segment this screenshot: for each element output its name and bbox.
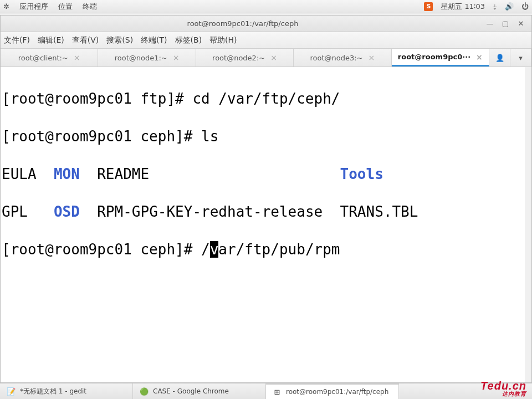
task-terminal[interactable]: ⊞ root@room9pc01:/var/ftp/ceph — [266, 383, 399, 399]
tab-node2[interactable]: root@node2:~ × — [196, 49, 294, 66]
menu-edit[interactable]: 编辑(E) — [38, 35, 64, 45]
close-icon[interactable]: × — [173, 53, 180, 62]
command: ls — [201, 128, 218, 145]
menu-bar: 文件(F) 编辑(E) 查看(V) 搜索(S) 终端(T) 标签(B) 帮助(H… — [1, 32, 531, 49]
input-post: ar/ftp/pub/rpm — [218, 241, 340, 258]
gedit-icon: 📝 — [7, 387, 16, 396]
tab-profile-button[interactable]: 👤 — [489, 49, 510, 66]
tab-label: root@node1:~ — [115, 54, 167, 62]
menu-applications[interactable]: 应用程序 — [19, 2, 48, 12]
prompt: [root@room9pc01 ftp]# — [2, 90, 192, 107]
close-icon[interactable]: × — [369, 53, 375, 62]
activities-icon[interactable]: ✲ — [3, 2, 9, 11]
prompt: [root@room9pc01 ceph]# — [2, 128, 201, 145]
menu-places[interactable]: 位置 — [58, 2, 73, 12]
close-icon[interactable]: × — [74, 53, 80, 62]
ls-entry: EULA — [2, 166, 37, 182]
menu-terminal[interactable]: 终端 — [83, 2, 97, 12]
brand-name: Tedu.cn — [480, 380, 526, 391]
task-label: root@room9pc01:/var/ftp/ceph — [286, 388, 388, 396]
clock[interactable]: 星期五 11∶03 — [441, 2, 485, 12]
menu-view[interactable]: 查看(V) — [72, 35, 99, 45]
watermark: Tedu.cn 达内教育 — [480, 380, 526, 397]
window-titlebar[interactable]: root@room9pc01:/var/ftp/ceph — ▢ ✕ — [1, 16, 531, 32]
tab-label: root@node2:~ — [212, 54, 265, 62]
ls-entry-dir: OSD — [54, 203, 80, 220]
prompt: [root@room9pc01 ceph]# — [2, 241, 201, 258]
network-icon[interactable]: ⏚ — [493, 2, 497, 11]
ls-entry: RPM-GPG-KEY-redhat-release — [97, 203, 323, 220]
menu-search[interactable]: 搜索(S) — [106, 35, 133, 45]
tab-node1[interactable]: root@node1:~ × — [98, 49, 196, 66]
close-button[interactable]: ✕ — [516, 19, 526, 29]
ls-entry: TRANS.TBL — [340, 203, 418, 220]
close-icon[interactable]: × — [270, 53, 277, 62]
task-label: *无标题文档 1 - gedit — [20, 387, 86, 396]
tab-label: root@node3:~ — [310, 54, 363, 62]
os-top-panel: ✲ 应用程序 位置 终端 S 星期五 11∶03 ⏚ 🔊 ⏻ — [0, 0, 532, 13]
terminal-icon: ⊞ — [273, 387, 282, 396]
menu-term[interactable]: 终端(T) — [141, 35, 167, 45]
minimize-button[interactable]: — — [485, 19, 495, 29]
chrome-icon: 🟢 — [140, 387, 149, 396]
tab-client[interactable]: root@client:~ × — [1, 49, 98, 66]
ls-entry-dir: Tools — [340, 166, 383, 182]
terminal-content[interactable]: [root@room9pc01 ftp]# cd /var/ftp/ceph/ … — [1, 67, 531, 382]
tab-node3[interactable]: root@node3:~ × — [294, 49, 391, 66]
maximize-button[interactable]: ▢ — [500, 19, 510, 29]
tab-menu-button[interactable]: ▾ — [510, 49, 531, 66]
menu-help[interactable]: 帮助(H) — [209, 35, 237, 45]
brand-sub: 达内教育 — [480, 391, 526, 397]
window-title: root@room9pc01:/var/ftp/ceph — [1, 19, 485, 28]
menu-tabs[interactable]: 标签(B) — [175, 35, 202, 45]
task-gedit[interactable]: 📝 *无标题文档 1 - gedit — [0, 383, 133, 399]
ls-entry-dir: MON — [54, 166, 80, 182]
os-taskbar: 📝 *无标题文档 1 - gedit 🟢 CASE - Google Chrom… — [0, 383, 532, 399]
cursor: v — [210, 241, 219, 258]
power-icon[interactable]: ⏻ — [521, 2, 529, 11]
task-chrome[interactable]: 🟢 CASE - Google Chrome — [133, 383, 266, 399]
volume-icon[interactable]: 🔊 — [505, 2, 514, 11]
ls-entry: README — [97, 166, 149, 182]
task-label: CASE - Google Chrome — [153, 387, 229, 395]
input-pre: / — [201, 241, 210, 258]
menu-file[interactable]: 文件(F) — [4, 35, 30, 45]
terminal-window: root@room9pc01:/var/ftp/ceph — ▢ ✕ 文件(F)… — [0, 15, 532, 383]
close-icon[interactable]: × — [476, 53, 483, 62]
tab-label: root@client:~ — [18, 54, 68, 62]
tab-bar: root@client:~ × root@node1:~ × root@node… — [1, 49, 531, 67]
tab-label: root@room9pc0··· — [398, 53, 470, 61]
command: cd /var/ftp/ceph/ — [192, 90, 340, 107]
ime-indicator-icon[interactable]: S — [424, 2, 433, 11]
tab-room9pc01[interactable]: root@room9pc0··· × — [392, 49, 489, 66]
ls-entry: GPL — [2, 203, 28, 220]
